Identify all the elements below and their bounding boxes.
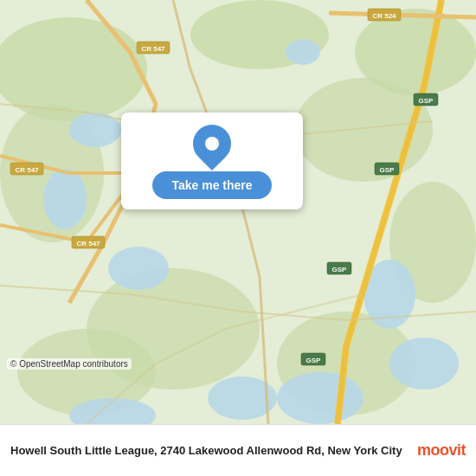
location-info: Howell South Little League, 2740 Lakewoo… — [10, 442, 407, 459]
svg-text:GSP: GSP — [380, 166, 396, 174]
svg-point-11 — [43, 169, 87, 229]
attribution-text: © OpenStreetMap contributors — [7, 358, 132, 370]
location-name-text: Howell South Little League, 2740 Lakewoo… — [10, 444, 402, 457]
svg-text:CR 524: CR 524 — [372, 12, 396, 20]
map-area[interactable]: GSP GSP GSP GSP CR 524 CR 547 CR 547 CR … — [0, 0, 476, 424]
svg-point-15 — [277, 372, 363, 424]
svg-text:CR 547: CR 547 — [76, 240, 100, 248]
location-pin-icon — [185, 117, 239, 170]
svg-text:CR 547: CR 547 — [15, 166, 39, 174]
svg-point-13 — [286, 39, 320, 65]
moovit-logo: moovit — [417, 441, 466, 460]
svg-point-12 — [108, 247, 169, 290]
take-me-there-button[interactable]: Take me there — [152, 171, 271, 199]
map-attribution: © OpenStreetMap contributors — [0, 353, 476, 372]
bottom-info-bar: Howell South Little League, 2740 Lakewoo… — [0, 424, 476, 476]
svg-text:GSP: GSP — [332, 266, 348, 273]
svg-text:CR 547: CR 547 — [141, 45, 165, 53]
moovit-logo-text: moovit — [417, 441, 466, 460]
svg-text:GSP: GSP — [419, 97, 434, 105]
location-popup: Take me there — [121, 113, 303, 209]
